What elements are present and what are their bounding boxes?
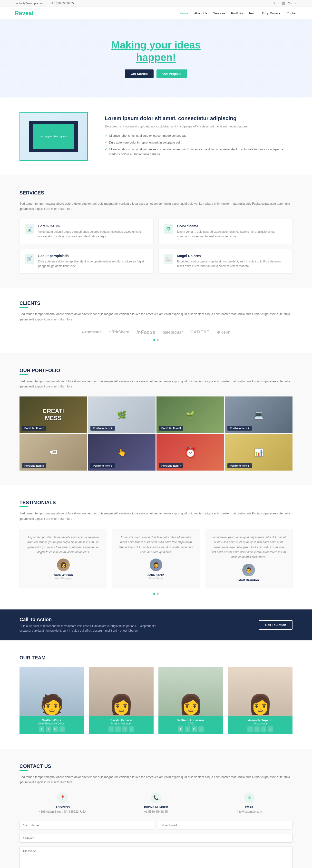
social-twitter[interactable]: 𝕏	[273, 1, 276, 5]
email-input[interactable]	[158, 821, 292, 830]
hero-headline: Making your ideas happen!	[112, 39, 200, 64]
portfolio-item-6[interactable]: 👆 Portfolio Item 6	[88, 434, 156, 470]
service-card-1: 📊 Lorem Ipsum Voluptatum deleniti atque …	[20, 219, 154, 244]
name-input[interactable]	[20, 821, 154, 830]
team-twitter-3[interactable]: T	[178, 726, 183, 732]
portfolio-label-5: Portfolio Item 5	[22, 463, 46, 468]
services-desc: Sed tamen tempor magna labore dolore dol…	[20, 201, 292, 212]
dot-2[interactable]	[157, 339, 159, 341]
clients-title: CLIENTS	[20, 301, 292, 306]
services-underline	[20, 197, 28, 197]
service-card-4: 📖 Magni Dolores Excepteur sint occaecat …	[158, 249, 292, 274]
testimonial-text-1: Export tempor illum tamen-mails enim eni…	[26, 535, 101, 555]
cta-text: Call To Action Duis aute dolor in repreh…	[20, 617, 166, 633]
about-content: Lorem ipsum dolor sit amet, consectetur …	[105, 115, 292, 157]
team-role-3: CTO	[161, 722, 221, 725]
team-linkedin-4[interactable]: in	[268, 726, 273, 732]
service-title-1: Lorem Ipsum	[38, 224, 149, 228]
portfolio-item-8[interactable]: 📊 Portfolio Item 8	[225, 434, 292, 470]
testimonials-section: TESTIMONIALS Sed tamen tempor magna labo…	[0, 485, 312, 609]
our-projects-button[interactable]: Our Projects	[156, 69, 187, 78]
message-input[interactable]	[20, 846, 292, 868]
contact-form	[20, 821, 292, 868]
team-google-1[interactable]: G	[53, 726, 58, 732]
team-social-1: T f G in	[22, 726, 82, 732]
social-linkedin[interactable]: in	[295, 1, 298, 5]
team-twitter-1[interactable]: T	[39, 726, 44, 732]
brand-logo[interactable]: Reveal	[14, 10, 33, 17]
social-facebook[interactable]: f	[279, 1, 280, 5]
service-title-3: Sed ut perspiciatis	[38, 254, 149, 258]
testimonial-avatar-1: 👩	[57, 559, 70, 571]
dot-1[interactable]	[153, 339, 155, 341]
portfolio-item-1[interactable]: CREATIMESS Portfolio Item 1	[20, 397, 87, 433]
team-twitter-4[interactable]: T	[247, 726, 253, 732]
contact-email: contact@example.com	[14, 2, 44, 5]
service-info-1: Lorem Ipsum Voluptatum deleniti atque co…	[38, 224, 149, 239]
contact-info-grid: 📍 ADDRESS 4108 Adam Street, NY 535622, U…	[20, 793, 292, 813]
team-info-1: Walter White Chief Executive Officer T f…	[20, 716, 84, 734]
team-avatar-4: 👩	[228, 667, 292, 716]
phone-value: +1 5589 55488 55	[113, 810, 199, 813]
team-google-2[interactable]: G	[122, 726, 127, 732]
email-value: info@example.com	[207, 810, 292, 813]
portfolio-label-1: Portfolio Item 1	[22, 426, 46, 431]
portfolio-label-4: Portfolio Item 4	[227, 426, 252, 431]
test-dot-1[interactable]	[153, 593, 155, 595]
team-google-3[interactable]: G	[192, 726, 197, 732]
nav-dropdown[interactable]: Drop Down ▾	[262, 11, 281, 15]
portfolio-item-7[interactable]: ⏰ Portfolio Item 7	[156, 434, 224, 470]
nav-team[interactable]: Team	[249, 11, 256, 15]
testimonial-role-1: Web Designer	[26, 577, 101, 580]
contact-phone: +1 1589 55488 55	[50, 2, 74, 5]
nav-home[interactable]: Home	[180, 11, 188, 15]
social-instagram[interactable]: ◫	[282, 1, 285, 5]
team-avatar-2: 👩	[89, 667, 154, 716]
team-title: OUR TEAM	[20, 655, 292, 661]
service-icon-2: 🖼	[163, 224, 173, 234]
portfolio-item-3[interactable]: 🌱 Portfolio Item 3	[156, 397, 224, 433]
service-title-2: Dolor Sitema	[177, 224, 287, 228]
team-linkedin-1[interactable]: in	[60, 726, 65, 732]
portfolio-item-2[interactable]: 🌿 Portfolio Item 2	[88, 397, 156, 433]
team-twitter-2[interactable]: T	[108, 726, 114, 732]
portfolio-item-4[interactable]: 💻 Portfolio Item 4	[225, 397, 292, 433]
team-info-4: Amanda Jepson Accountant T f G in	[228, 716, 292, 734]
cta-title: Call To Action	[20, 617, 166, 622]
hero-accent: your ideas	[149, 39, 200, 51]
contact-section: CONTACT US Sed tamen tempor magna labore…	[0, 749, 312, 868]
team-social-4: T f G in	[230, 726, 290, 732]
top-bar-right: 𝕏 f ◫ G+ in	[271, 1, 298, 5]
service-text-2: Minim veniam, quis nostrud exercitation …	[177, 229, 287, 239]
team-social-3: T f G in	[161, 726, 221, 732]
team-info-3: William Anderson CTO T f G in	[158, 716, 223, 734]
test-dot-2[interactable]	[157, 593, 159, 595]
client-logo-2: ≡ TritShare	[109, 330, 129, 334]
team-facebook-2[interactable]: f	[115, 726, 121, 732]
services-section: SERVICES Sed tamen tempor magna labore d…	[0, 176, 312, 288]
team-name-2: Sarah Jhinson	[91, 718, 151, 722]
team-facebook-3[interactable]: f	[185, 726, 190, 732]
team-linkedin-3[interactable]: in	[198, 726, 204, 732]
nav-contact[interactable]: Contact	[286, 11, 298, 15]
clients-desc: Sed tamen tempor magna labore dolore dol…	[20, 312, 292, 322]
team-linkedin-2[interactable]: in	[129, 726, 134, 732]
cta-button[interactable]: Call To Action	[259, 620, 292, 630]
team-facebook-1[interactable]: f	[46, 726, 51, 732]
team-facebook-4[interactable]: f	[254, 726, 259, 732]
service-info-3: Sed ut perspiciatis Duis aute irure dolo…	[38, 254, 149, 269]
team-role-1: Chief Executive Officer	[22, 722, 82, 725]
monitor-text: Making your ideas happen!	[39, 134, 68, 138]
team-google-4[interactable]: G	[261, 726, 267, 732]
team-member-4: 👩 Amanda Jepson Accountant T f G in	[228, 667, 292, 734]
nav-portfolio[interactable]: Portfolio	[231, 11, 243, 15]
about-list-item: Ullamco laboris nisi ut aliquip ex ea co…	[105, 132, 292, 139]
nav-about[interactable]: About Us	[194, 11, 207, 15]
avatar-img-3: 👨	[242, 564, 255, 576]
social-google[interactable]: G+	[288, 1, 292, 5]
subject-input[interactable]	[20, 834, 292, 843]
portfolio-label-8: Portfolio Item 8	[227, 463, 252, 468]
get-started-button[interactable]: Get Started	[125, 69, 154, 78]
nav-services[interactable]: Services	[213, 11, 225, 15]
portfolio-item-5[interactable]: 🏷 Portfolio Item 5	[20, 434, 87, 470]
